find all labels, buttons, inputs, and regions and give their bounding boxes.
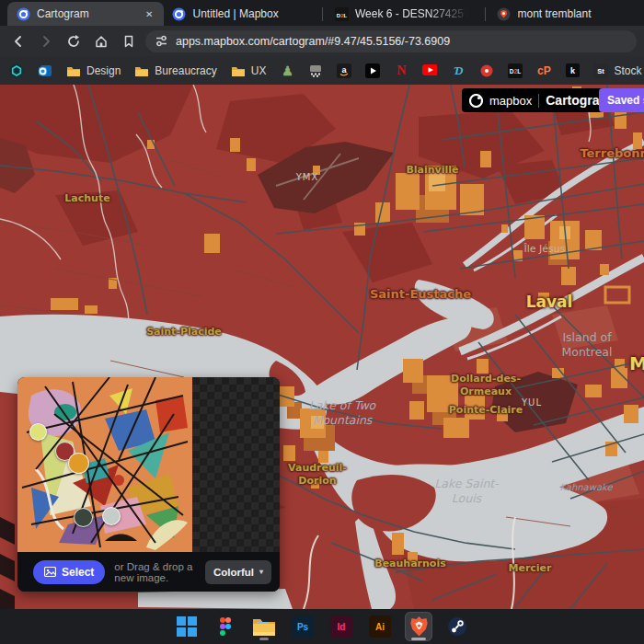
bookmark-label: Design: [86, 64, 121, 77]
bookmark-reddot[interactable]: [479, 63, 494, 78]
tab-week6-desn[interactable]: D2L Week 6 - DESN27425 Interaction Des: [326, 2, 482, 26]
bookmark-amazon[interactable]: a: [337, 63, 351, 78]
stock-icon: St: [593, 63, 608, 78]
d2l-icon: D2L: [508, 63, 523, 78]
open-app-indicator: [259, 638, 269, 640]
browser-chrome: Cartogram ✕ Untitled | Mapbox D2L Week 6…: [0, 0, 644, 85]
netflix-icon: N: [394, 63, 408, 78]
active-app-indicator: [411, 638, 426, 640]
palette-swatch-3[interactable]: [68, 453, 89, 474]
palette-swatch-1[interactable]: [29, 423, 47, 441]
tab-untitled-mapbox[interactable]: Untitled | Mapbox: [164, 2, 320, 26]
select-button-label: Select: [62, 566, 94, 579]
bookmark-folder-bureaucracy[interactable]: Bureaucracy: [134, 63, 216, 78]
mapbox-favicon: [172, 6, 187, 21]
bookmark-netflix[interactable]: N: [394, 63, 408, 78]
penpot-icon: cP: [536, 63, 551, 78]
photoshop-icon[interactable]: Ps: [289, 612, 316, 641]
start-button[interactable]: [173, 612, 201, 641]
bookmark-outlook[interactable]: [38, 63, 52, 78]
svg-text:St: St: [598, 67, 605, 75]
site-settings-icon[interactable]: [155, 34, 168, 48]
palette-swatch-5[interactable]: [102, 507, 121, 525]
tab-separator: [485, 7, 486, 21]
bookmark-chess[interactable]: ♟: [280, 63, 294, 78]
forward-icon[interactable]: [35, 30, 57, 52]
figma-icon[interactable]: [212, 612, 239, 641]
bookmark-folder-design[interactable]: Design: [66, 63, 121, 78]
bookmark-label: UX: [251, 64, 267, 77]
svg-text:D2L: D2L: [336, 12, 347, 17]
brave-search-favicon: [497, 6, 512, 21]
bookmark-play-app[interactable]: [365, 63, 380, 78]
youtube-icon: [422, 63, 437, 78]
bookmark-penpot[interactable]: cP: [536, 63, 551, 78]
steam-icon[interactable]: [443, 612, 471, 641]
address-bar[interactable]: apps.mapbox.com/cartogram/#9.47/45.5156/…: [145, 30, 637, 52]
tab-title: Untitled | Mapbox: [193, 7, 312, 20]
tab-cartogram[interactable]: Cartogram ✕: [7, 2, 164, 26]
brave-browser-icon[interactable]: [405, 612, 432, 641]
bookmark-stock-photos[interactable]: St Stock photos, royalt...: [593, 63, 644, 78]
tab-separator: [322, 7, 323, 21]
disney-plus-icon: Ɗ: [451, 63, 466, 78]
url-text: apps.mapbox.com/cartogram/#9.47/45.5156/…: [176, 35, 450, 48]
typewriter-icon: [308, 63, 323, 78]
home-icon[interactable]: [90, 30, 112, 52]
tab-title: Cartogram: [37, 7, 137, 20]
bookmark-typewriter[interactable]: [308, 63, 323, 78]
bookmark-k-app[interactable]: k: [565, 63, 580, 78]
palette-dropdown[interactable]: Colorful ▾: [205, 560, 271, 584]
image-source-panel: Select or Drag & drop a new image. Color…: [17, 377, 280, 592]
drag-drop-hint: or Drag & drop a new image.: [114, 561, 205, 583]
bookmark-label: Stock photos, royalt...: [614, 64, 644, 77]
mapbox-favicon: [16, 6, 30, 21]
hexagon-icon: [9, 63, 24, 78]
tab-title: mont tremblant: [518, 7, 637, 20]
reload-icon[interactable]: [63, 30, 85, 52]
source-image-thumbnail[interactable]: [17, 377, 192, 552]
select-image-button[interactable]: Select: [33, 560, 105, 584]
back-icon[interactable]: [7, 30, 29, 52]
bookmark-flag-icon[interactable]: [118, 30, 140, 52]
illustrator-icon[interactable]: Ai: [366, 612, 394, 641]
outlook-icon: [38, 63, 52, 78]
d2l-favicon: D2L: [334, 6, 349, 21]
amazon-icon: a: [337, 63, 351, 78]
file-explorer-icon[interactable]: [250, 612, 278, 641]
folder-icon: [231, 63, 246, 78]
image-icon: [44, 567, 56, 577]
bookmark-folder-ux[interactable]: UX: [231, 63, 267, 78]
bookmark-d2l[interactable]: D2L: [508, 63, 523, 78]
mapbox-logo-icon: [469, 94, 483, 108]
windows-taskbar: Ps Id Ai: [0, 609, 644, 644]
chess-pawn-icon: ♟: [280, 63, 294, 78]
palette-dropdown-label: Colorful: [213, 567, 254, 578]
bookmark-youtube[interactable]: [422, 63, 437, 78]
navigation-bar: apps.mapbox.com/cartogram/#9.47/45.5156/…: [0, 26, 644, 56]
folder-icon: [66, 63, 81, 78]
bookmark-label: Bureaucracy: [155, 64, 216, 77]
brand-wordmark: mapbox: [489, 94, 532, 108]
play-icon: [365, 63, 380, 78]
tab-strip: Cartogram ✕ Untitled | Mapbox D2L Week 6…: [0, 0, 644, 26]
bookmark-disney[interactable]: Ɗ: [451, 63, 466, 78]
palette-swatch-4[interactable]: [74, 508, 93, 527]
panel-toolbar: Select or Drag & drop a new image. Color…: [17, 552, 280, 592]
tab-title: Week 6 - DESN27425 Interaction Des: [355, 7, 474, 20]
mapbox-brand-pill: mapbox Cartogram: [462, 88, 622, 112]
folder-icon: [134, 63, 149, 78]
tab-mont-tremblant[interactable]: mont tremblant: [489, 2, 644, 26]
indesign-icon[interactable]: Id: [328, 612, 355, 641]
k-icon: k: [565, 63, 580, 78]
close-icon[interactable]: ✕: [144, 7, 155, 21]
bookmarks-bar: Design Bureaucracy UX ♟ a N Ɗ D2L cP k S…: [0, 56, 644, 85]
brand-separator: [538, 94, 539, 108]
bookmark-hex-app[interactable]: [9, 63, 24, 78]
saved-styles-button[interactable]: Saved sty: [599, 88, 644, 112]
chevron-down-icon: ▾: [259, 568, 263, 576]
map-canvas[interactable]: Lachute YMX Blainville Terrebonne Île Jé…: [0, 85, 644, 609]
corner-structures: [0, 517, 15, 609]
saved-styles-label: Saved sty: [607, 94, 644, 107]
transparency-checker: [192, 377, 280, 552]
